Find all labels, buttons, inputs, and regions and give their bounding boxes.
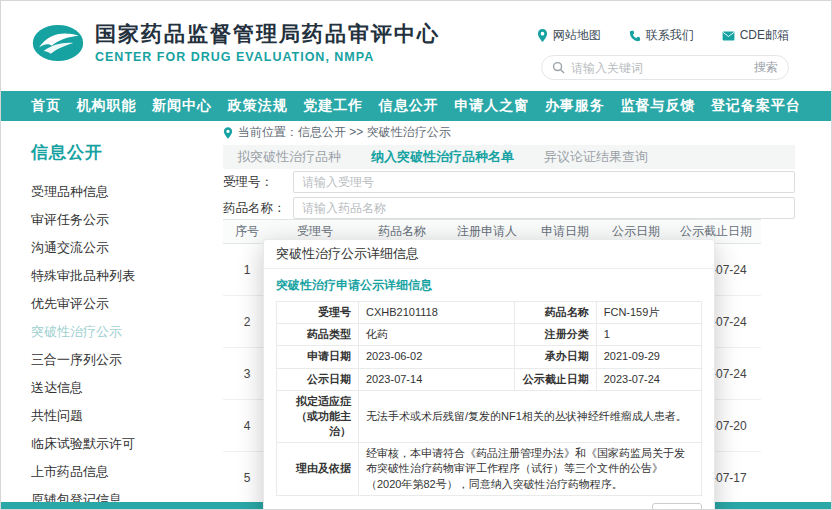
sidebar-item-priority-review[interactable]: 优先审评公示	[31, 290, 203, 318]
filter-drug-name: 药品名称：	[223, 197, 795, 219]
detail-row: 理由及依据 经审核，本申请符合《药品注册管理办法》和《国家药监局关于发布突破性治…	[277, 443, 702, 496]
sitemap-link-label: 网站地图	[553, 27, 601, 44]
modal-footer: 关闭	[276, 496, 702, 510]
cde-breakthrough-therapy-page: 国家药品监督管理局药品审评中心 CENTER FOR DRUG EVALUATI…	[0, 0, 832, 510]
detail-row: 拟定适应症（或功能主治） 无法手术或术后残留/复发的NF1相关的丛状神经纤维瘤成…	[277, 390, 702, 443]
sidebar-item-review-tasks[interactable]: 审评任务公示	[31, 206, 203, 234]
site-subtitle: CENTER FOR DRUG EVALUATION, NMPA	[95, 50, 440, 64]
detail-value-rationale: 经审核，本申请符合《药品注册管理办法》和《国家药监局关于发布突破性治疗药物审评工…	[359, 443, 702, 496]
tab-included-breakthrough-list[interactable]: 纳入突破性治疗品种名单	[371, 148, 514, 166]
drug-name-input[interactable]	[293, 197, 795, 219]
acceptance-number-label: 受理号：	[223, 174, 293, 191]
cde-logo-icon	[31, 22, 85, 64]
nav-item-supervision-feedback[interactable]: 监督与反馈	[620, 97, 695, 115]
mail-icon	[722, 31, 735, 41]
header-quick-links: 网站地图 联系我们 CDE邮箱	[537, 27, 789, 44]
detail-value-drug-name: FCN-159片	[596, 302, 701, 324]
sidebar-item-clinical-trial-license[interactable]: 临床试验默示许可	[31, 430, 203, 458]
detail-value-publicity-deadline: 2023-07-24	[596, 368, 701, 390]
tab-objection-results[interactable]: 异议论证结果查询	[544, 148, 648, 166]
main-nav: 首页 机构职能 新闻中心 政策法规 党建工作 信息公开 申请人之窗 办事服务 监…	[1, 91, 831, 121]
search-icon	[552, 61, 565, 74]
detail-label: 申请日期	[277, 346, 359, 368]
detail-row: 申请日期 2023-06-02 承办日期 2021-09-29	[277, 346, 702, 368]
sidebar-item-marketed-drugs[interactable]: 上市药品信息	[31, 458, 203, 486]
filter-acceptance-number: 受理号：	[223, 171, 795, 193]
modal-body: 突破性治疗申请公示详细信息 受理号 CXHB2101118 药品名称 FCN-1…	[264, 269, 714, 510]
tab-proposed-breakthrough[interactable]: 拟突破性治疗品种	[237, 148, 341, 166]
detail-label-indication: 拟定适应症（或功能主治）	[277, 390, 359, 443]
sidebar-item-delivery-info[interactable]: 送达信息	[31, 374, 203, 402]
breadcrumb: 当前位置：信息公开 >> 突破性治疗公示	[223, 124, 451, 141]
detail-label: 承办日期	[514, 346, 596, 368]
sidebar-item-special-approval-list[interactable]: 特殊审批品种列表	[31, 262, 203, 290]
detail-value-indication: 无法手术或术后残留/复发的NF1相关的丛状神经纤维瘤成人患者。	[359, 390, 702, 443]
sitemap-link[interactable]: 网站地图	[537, 27, 601, 44]
detail-row: 药品类型 化药 注册分类 1	[277, 324, 702, 346]
map-pin-icon	[537, 29, 548, 42]
detail-label: 公示截止日期	[514, 368, 596, 390]
detail-value-undertake-date: 2021-09-29	[596, 346, 701, 368]
nav-item-info-disclosure[interactable]: 信息公开	[379, 97, 439, 115]
nav-item-policies[interactable]: 政策法规	[228, 97, 288, 115]
detail-label: 药品类型	[277, 324, 359, 346]
detail-value-apply-date: 2023-06-02	[359, 346, 515, 368]
content-tabs: 拟突破性治疗品种 纳入突破性治疗品种名单 异议论证结果查询	[223, 145, 795, 169]
close-button[interactable]: 关闭	[652, 503, 702, 510]
detail-value-publicity-date: 2023-07-14	[359, 368, 515, 390]
sidebar: 信息公开 受理品种信息 审评任务公示 沟通交流公示 特殊审批品种列表 优先审评公…	[31, 141, 203, 510]
nav-item-news[interactable]: 新闻中心	[152, 97, 212, 115]
modal-section-title: 突破性治疗申请公示详细信息	[276, 277, 702, 294]
drug-name-label: 药品名称：	[223, 200, 293, 217]
nav-item-registration-platform[interactable]: 登记备案平台	[711, 97, 801, 115]
breadcrumb-text: 当前位置：信息公开 >> 突破性治疗公示	[238, 124, 451, 141]
cde-mail-link-label: CDE邮箱	[740, 27, 789, 44]
detail-label-rationale: 理由及依据	[277, 443, 359, 496]
sidebar-title: 信息公开	[31, 141, 203, 164]
detail-label: 注册分类	[514, 324, 596, 346]
cde-mail-link[interactable]: CDE邮箱	[722, 27, 789, 44]
search-button[interactable]: 搜索	[754, 59, 778, 76]
contact-us-link[interactable]: 联系我们	[629, 27, 694, 44]
sidebar-item-common-issues[interactable]: 共性问题	[31, 402, 203, 430]
phone-icon	[629, 30, 641, 42]
breakthrough-detail-modal: 突破性治疗公示详细信息 突破性治疗申请公示详细信息 受理号 CXHB210111…	[263, 239, 715, 510]
sidebar-item-three-in-one[interactable]: 三合一序列公示	[31, 346, 203, 374]
detail-table: 受理号 CXHB2101118 药品名称 FCN-159片 药品类型 化药 注册…	[276, 301, 702, 496]
nav-item-home[interactable]: 首页	[31, 97, 61, 115]
nav-item-services[interactable]: 办事服务	[545, 97, 605, 115]
detail-value-drug-type: 化药	[359, 324, 515, 346]
site-titles: 国家药品监督管理局药品审评中心 CENTER FOR DRUG EVALUATI…	[95, 21, 440, 64]
contact-us-link-label: 联系我们	[646, 27, 694, 44]
acceptance-number-input[interactable]	[293, 171, 795, 193]
sidebar-item-communication[interactable]: 沟通交流公示	[31, 234, 203, 262]
detail-row: 公示日期 2023-07-14 公示截止日期 2023-07-24	[277, 368, 702, 390]
nav-item-applicant-window[interactable]: 申请人之窗	[454, 97, 529, 115]
nav-item-organization[interactable]: 机构职能	[77, 97, 137, 115]
nav-item-party-work[interactable]: 党建工作	[303, 97, 363, 115]
search-input[interactable]	[571, 61, 748, 75]
detail-value-registration-class: 1	[596, 324, 701, 346]
sidebar-item-breakthrough-therapy[interactable]: 突破性治疗公示	[31, 318, 203, 346]
detail-label: 受理号	[277, 302, 359, 324]
brand: 国家药品监督管理局药品审评中心 CENTER FOR DRUG EVALUATI…	[31, 21, 440, 64]
location-pin-icon	[223, 127, 233, 139]
detail-label: 公示日期	[277, 368, 359, 390]
site-title: 国家药品监督管理局药品审评中心	[95, 21, 440, 47]
search-box: 搜索	[541, 55, 789, 80]
detail-value-acceptance-number: CXHB2101118	[359, 302, 515, 324]
detail-row: 受理号 CXHB2101118 药品名称 FCN-159片	[277, 302, 702, 324]
sidebar-item-accepted-products[interactable]: 受理品种信息	[31, 178, 203, 206]
detail-label: 药品名称	[514, 302, 596, 324]
modal-title: 突破性治疗公示详细信息	[264, 240, 714, 269]
site-header: 国家药品监督管理局药品审评中心 CENTER FOR DRUG EVALUATI…	[1, 1, 831, 91]
